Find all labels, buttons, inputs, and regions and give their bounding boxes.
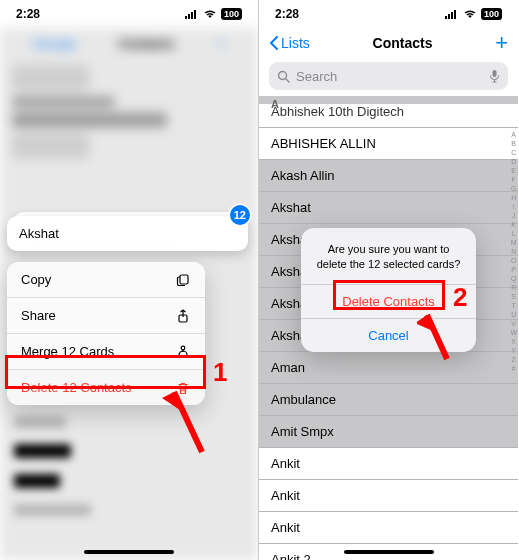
wifi-icon (463, 9, 477, 19)
annotation-step1-number: 1 (213, 357, 227, 388)
back-button[interactable]: Lists (269, 35, 310, 51)
svg-rect-2 (191, 12, 193, 19)
copy-icon (175, 273, 191, 287)
battery-indicator: 100 (481, 8, 502, 20)
delete-label: Delete 12 Contacts (21, 380, 132, 395)
cell-signal-icon (445, 9, 459, 19)
trash-icon (175, 381, 191, 395)
status-bar: 2:28 100 (259, 0, 518, 28)
status-time: 2:28 (275, 7, 299, 21)
svg-rect-3 (194, 10, 196, 19)
wifi-icon (203, 9, 217, 19)
contact-row[interactable]: ABHISHEK ALLIN (259, 128, 518, 160)
contact-row[interactable]: Ankit (259, 512, 518, 544)
annotation-step2-number: 2 (453, 282, 467, 313)
copy-label: Copy (21, 272, 51, 287)
contact-row[interactable]: Abhishek 10th Digitech (259, 104, 518, 128)
svg-rect-15 (493, 70, 497, 77)
battery-indicator: 100 (221, 8, 242, 20)
svg-point-13 (279, 71, 287, 79)
merge-action[interactable]: Merge 12 Cards (7, 334, 205, 370)
svg-rect-4 (180, 275, 188, 284)
home-indicator (344, 550, 434, 554)
merge-label: Merge 12 Cards (21, 344, 114, 359)
svg-rect-11 (451, 12, 453, 19)
delete-contacts-action[interactable]: Delete 12 Contacts (7, 370, 205, 405)
status-time: 2:28 (16, 7, 40, 21)
contact-row[interactable]: Akshat (259, 192, 518, 224)
search-placeholder: Search (296, 69, 337, 84)
status-bar: 2:28 100 (0, 0, 258, 28)
alert-cancel-button[interactable]: Cancel (301, 318, 476, 352)
share-action[interactable]: Share (7, 298, 205, 334)
contact-row[interactable]: Akash Allin (259, 160, 518, 192)
svg-rect-0 (185, 16, 187, 19)
contact-row[interactable]: Aman (259, 352, 518, 384)
mic-icon[interactable] (489, 69, 500, 83)
contact-row[interactable]: Ankit (259, 480, 518, 512)
back-label: Lists (281, 35, 310, 51)
status-indicators: 100 (445, 8, 502, 20)
home-indicator (84, 550, 174, 554)
contact-row[interactable]: Ambulance (259, 384, 518, 416)
delete-confirmation-alert: Are you sure you want to delete the 12 s… (301, 228, 476, 352)
add-contact-button[interactable]: + (495, 30, 508, 56)
page-title: Contacts (373, 35, 433, 51)
svg-rect-10 (448, 14, 450, 19)
status-indicators: 100 (185, 8, 242, 20)
nav-header: Lists Contacts + (259, 28, 518, 58)
svg-rect-12 (454, 10, 456, 19)
alert-delete-button[interactable]: Delete Contacts (301, 284, 476, 318)
search-input[interactable]: Search (269, 62, 508, 90)
svg-rect-1 (188, 14, 190, 19)
context-menu: Copy Share Merge 12 Cards Delete 12 Cont… (7, 262, 205, 405)
cell-signal-icon (185, 9, 199, 19)
contact-row[interactable]: Amit Smpx (259, 416, 518, 448)
svg-point-6 (181, 346, 185, 350)
contact-card-name: Akshat (19, 226, 59, 241)
share-icon (175, 309, 191, 323)
share-label: Share (21, 308, 56, 323)
merge-icon (175, 345, 191, 359)
chevron-left-icon (269, 36, 279, 50)
copy-action[interactable]: Copy (7, 262, 205, 298)
contact-card-stack[interactable]: Akshat 12 (7, 216, 248, 251)
selection-count-badge: 12 (230, 205, 250, 225)
svg-line-14 (286, 79, 289, 82)
contact-row[interactable]: Ankit (259, 448, 518, 480)
svg-rect-9 (445, 16, 447, 19)
alert-message: Are you sure you want to delete the 12 s… (301, 228, 476, 284)
search-icon (277, 70, 290, 83)
blurred-background-lower (0, 400, 258, 560)
